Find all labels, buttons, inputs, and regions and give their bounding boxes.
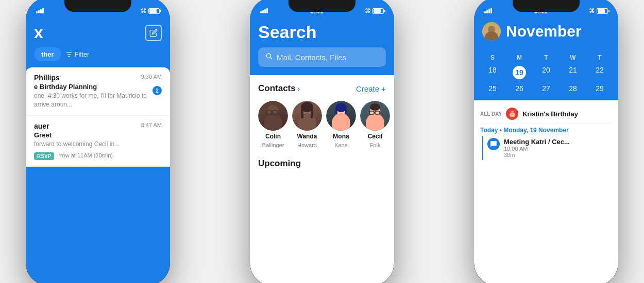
cecil-last-name: Folk	[370, 142, 381, 148]
contact-cecil[interactable]: Cecil Folk	[360, 101, 390, 148]
contacts-row: Colin Ballinger	[258, 101, 386, 148]
mail-item-1[interactable]: Phillips 9:30 AM e Birthday Planning one…	[26, 67, 170, 116]
search-title: Search	[258, 22, 386, 42]
cal-date-27[interactable]: 27	[533, 83, 560, 94]
center-wifi-icon: ⌘	[365, 8, 370, 14]
search-bar[interactable]: Mail, Contacts, Files	[258, 47, 386, 67]
contact-avatar-colin	[258, 101, 288, 131]
colin-avatar-img	[258, 101, 288, 131]
meeting-event-row[interactable]: Meeting Katri / Cec... 10:00 AM 30m	[482, 136, 612, 160]
contacts-chevron-icon: ›	[298, 85, 300, 93]
mail-preview-2: forward to welcoming Cecil in...	[34, 140, 162, 149]
svg-point-25	[370, 103, 380, 111]
cal-day-m: M	[506, 54, 533, 61]
filter-button[interactable]: Filter	[65, 50, 90, 58]
svg-line-4	[270, 58, 272, 59]
compose-icon[interactable]	[145, 25, 162, 41]
wanda-last-name: Howard	[297, 142, 317, 148]
left-status-right: ⌘	[129, 8, 160, 14]
all-day-row: ALL DAY 🎂 Kristin's Birthday	[480, 104, 612, 123]
phones-container: ⌘ x	[0, 0, 644, 283]
svg-point-21	[366, 113, 384, 131]
svg-rect-14	[311, 108, 313, 118]
center-status-right: ⌘	[353, 8, 384, 14]
battery-icon	[148, 8, 160, 14]
wifi-icon: ⌘	[141, 8, 146, 14]
mail-time-1: 9:30 AM	[141, 74, 162, 80]
phone-right: 9:41 ⌘	[474, 0, 618, 283]
cal-date-26[interactable]: 26	[506, 83, 533, 94]
svg-point-3	[266, 54, 270, 58]
cal-date-29[interactable]: 29	[586, 83, 613, 94]
right-signal	[484, 8, 505, 13]
user-avatar	[482, 22, 501, 41]
contact-avatar-wanda	[292, 101, 322, 131]
cal-date-18[interactable]: 18	[479, 64, 506, 81]
svg-rect-19	[345, 107, 347, 114]
cal-date-21[interactable]: 21	[560, 64, 586, 81]
cal-date-19[interactable]: 19	[506, 64, 533, 81]
cal-date-28[interactable]: 28	[560, 83, 586, 94]
rsvp-badge[interactable]: RSVP	[34, 152, 54, 160]
meeting-event-title: Meeting Katri / Cec...	[504, 138, 612, 146]
phone-center: 9:41 ⌘ Search	[250, 0, 394, 283]
svg-rect-18	[335, 107, 337, 114]
meeting-event-time: 10:00 AM	[504, 146, 612, 152]
cecil-first-name: Cecil	[368, 133, 383, 140]
cal-date-25[interactable]: 25	[479, 83, 506, 94]
meeting-icon	[487, 138, 500, 150]
filter-tab-active[interactable]: ther	[34, 47, 61, 61]
rsvp-note: rrow at 11AM (30min)	[58, 152, 113, 158]
cal-day-w: W	[560, 54, 586, 61]
right-content: November S M T W T 18 19	[474, 0, 618, 283]
right-notch	[513, 0, 580, 12]
birthday-event-title: Kristin's Birthday	[522, 110, 578, 118]
today-label: Today • Monday, 19 November	[480, 123, 612, 136]
contact-wanda[interactable]: Wanda Howard	[292, 101, 322, 148]
cal-today-circle: 19	[513, 66, 526, 79]
signal-bars-icon	[36, 8, 57, 13]
contact-colin[interactable]: Colin Ballinger	[258, 101, 288, 148]
center-signal-bars-icon	[260, 8, 281, 13]
contact-avatar-cecil	[360, 101, 390, 131]
cal-week-row-2: 25 26 27 28 29	[479, 83, 613, 94]
all-day-label: ALL DAY	[480, 111, 502, 117]
cal-date-20[interactable]: 20	[533, 64, 560, 81]
cal-day-t2: T	[586, 54, 613, 61]
calendar-grid: S M T W T 18 19 20 21 22	[474, 52, 618, 100]
calendar-month-title: November	[506, 23, 582, 40]
center-screen: 9:41 ⌘ Search	[250, 0, 394, 283]
left-content: x ther	[26, 0, 170, 283]
contacts-section-title: Contacts ›	[258, 83, 300, 94]
calendar-week-header: S M T W T	[479, 54, 613, 61]
meeting-event-duration: 30m	[504, 152, 612, 158]
contact-mona[interactable]: Mona Kane	[326, 101, 356, 148]
right-screen: 9:41 ⌘	[474, 0, 618, 283]
left-signal	[36, 8, 57, 13]
svg-point-11	[298, 113, 316, 131]
mona-first-name: Mona	[333, 133, 349, 140]
wanda-avatar-img	[292, 101, 322, 131]
create-button[interactable]: Create +	[356, 84, 386, 93]
svg-rect-13	[301, 108, 303, 118]
left-notch	[64, 0, 131, 12]
meeting-event-detail: Meeting Katri / Cec... 10:00 AM 30m	[504, 138, 612, 158]
cal-date-22[interactable]: 22	[586, 64, 613, 81]
left-screen: ⌘ x	[26, 0, 170, 283]
wanda-first-name: Wanda	[297, 133, 317, 140]
right-wifi-icon: ⌘	[589, 8, 595, 14]
search-placeholder: Mail, Contacts, Files	[277, 53, 346, 62]
right-signal-bars-icon	[484, 8, 505, 13]
svg-point-16	[332, 113, 350, 131]
mail-subject-1: e Birthday Planning	[34, 83, 162, 91]
filter-label: Filter	[75, 50, 90, 58]
cal-week-row-1: 18 19 20 21 22	[479, 64, 613, 81]
mona-avatar-img	[326, 101, 356, 131]
center-battery-icon	[372, 8, 384, 14]
mail-preview-1: one, 4:30 works for me, I'll for Maurici…	[34, 92, 162, 109]
right-status-right: ⌘	[577, 8, 608, 14]
upcoming-title: Upcoming	[258, 158, 386, 169]
cal-day-t1: T	[533, 54, 560, 61]
mail-item-2[interactable]: auer 8:47 AM Greet forward to welcoming …	[26, 116, 170, 167]
center-notch	[289, 0, 355, 12]
